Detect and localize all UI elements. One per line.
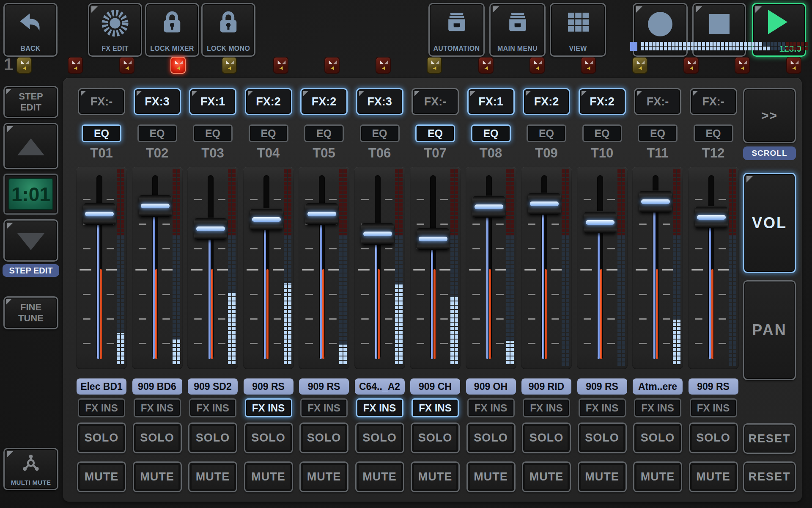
eq-button[interactable]: EQ [137,124,177,142]
fx-slot-button[interactable]: FX:2 [579,88,626,115]
volume-fader[interactable] [521,167,572,369]
fx-slot-button[interactable]: FX:1 [467,88,515,115]
track-name-chip[interactable]: 909 BD6 [132,378,182,395]
solo-button[interactable]: SOLO [633,422,682,453]
fader-cap[interactable] [528,193,561,215]
eq-button[interactable]: EQ [694,124,733,142]
reset-solo-button[interactable]: RESET [743,423,796,454]
track-name-chip[interactable]: Atm..ere [633,378,683,395]
fx-ins-button[interactable]: FX INS [634,398,681,417]
fx-slot-button[interactable]: FX:2 [300,88,348,115]
step-pad-5[interactable] [222,57,237,74]
fx-slot-button[interactable]: FX:1 [189,88,236,115]
eq-button[interactable]: EQ [527,124,566,142]
track-name-chip[interactable]: 909 CH [410,378,460,395]
mute-button[interactable]: MUTE [188,461,237,492]
step-pad-12[interactable] [581,57,596,74]
fx-ins-button[interactable]: FX INS [134,398,181,417]
lock-mixer-button[interactable]: LOCK MIXER [145,3,199,57]
view-button[interactable]: VIEW [550,3,606,57]
track-name-chip[interactable]: 909 OH [466,378,516,395]
fx-slot-button[interactable]: FX:3 [356,88,403,115]
fx-slot-button[interactable]: FX:2 [245,88,292,115]
step-pad-1[interactable] [16,57,32,74]
eq-button[interactable]: EQ [249,124,288,142]
eq-button[interactable]: EQ [471,124,511,142]
track-name-chip[interactable]: 909 SD2 [188,378,238,395]
eq-button[interactable]: EQ [193,124,233,142]
fx-ins-button[interactable]: FX INS [189,398,236,417]
step-pad-10[interactable] [478,57,494,74]
fx-ins-button[interactable]: FX INS [467,398,515,417]
fader-cap[interactable] [83,203,116,225]
fx-slot-button[interactable]: FX:- [411,88,459,115]
eq-button[interactable]: EQ [415,124,455,142]
fader-cap[interactable] [417,228,450,250]
multi-mute-button[interactable]: MULTI MUTE [3,448,58,490]
mute-button[interactable]: MUTE [411,461,460,492]
fx-slot-button[interactable]: FX:- [690,88,737,115]
reset-mute-button[interactable]: RESET [743,461,796,492]
back-button[interactable]: BACK [3,3,58,57]
fader-cap[interactable] [139,195,172,217]
volume-fader[interactable] [299,167,349,369]
mute-button[interactable]: MUTE [355,461,404,492]
step-pad-11[interactable] [529,57,545,74]
track-name-chip[interactable]: 909 RS [299,378,349,395]
step-pad-2[interactable] [68,57,83,74]
mute-button[interactable]: MUTE [77,461,126,492]
volume-fader[interactable] [354,167,405,369]
fx-slot-button[interactable]: FX:- [78,88,125,115]
mute-button[interactable]: MUTE [522,461,571,492]
solo-button[interactable]: SOLO [578,422,627,453]
volume-fader[interactable] [243,167,294,369]
step-pad-15[interactable] [735,57,750,74]
volume-fader[interactable] [76,167,127,369]
volume-fader[interactable] [688,167,739,369]
eq-button[interactable]: EQ [582,124,622,142]
volume-fader[interactable] [410,167,461,369]
solo-button[interactable]: SOLO [411,422,460,453]
fader-cap[interactable] [584,211,617,233]
step-down-button[interactable] [3,219,58,262]
fx-ins-button[interactable]: FX INS [523,398,570,417]
step-pad-4[interactable] [170,57,186,74]
solo-button[interactable]: SOLO [299,422,348,453]
step-pad-9[interactable] [427,57,442,74]
solo-button[interactable]: SOLO [522,422,571,453]
main-menu-button[interactable]: MAIN MENU [489,3,546,57]
solo-button[interactable]: SOLO [466,422,516,453]
lock-mono-button[interactable]: LOCK MONO [201,3,255,57]
automation-button[interactable]: AUTOMATION [428,3,485,57]
solo-button[interactable]: SOLO [355,422,404,453]
fine-tune-button[interactable]: FINETUNE [3,296,58,329]
solo-button[interactable]: SOLO [133,422,182,453]
volume-fader[interactable] [577,167,628,369]
step-up-button[interactable] [3,123,58,169]
volume-fader[interactable] [132,167,183,369]
step-pad-7[interactable] [324,57,340,74]
solo-button[interactable]: SOLO [689,422,738,453]
mute-button[interactable]: MUTE [299,461,348,492]
track-name-chip[interactable]: 909 RS [577,378,627,395]
mute-button[interactable]: MUTE [466,461,516,492]
fx-ins-button[interactable]: FX INS [78,398,125,417]
eq-button[interactable]: EQ [360,124,400,142]
volume-fader[interactable] [466,167,516,369]
eq-button[interactable]: EQ [304,124,344,142]
scroll-right-button[interactable]: >> [743,88,796,143]
step-pad-8[interactable] [376,57,391,74]
fader-cap[interactable] [305,203,338,225]
fx-ins-button[interactable]: FX INS [411,398,459,417]
solo-button[interactable]: SOLO [244,422,293,453]
step-pad-3[interactable] [119,57,134,74]
eq-button[interactable]: EQ [638,124,678,142]
track-name-chip[interactable]: C64.._A2 [355,378,405,395]
mute-button[interactable]: MUTE [133,461,182,492]
fx-edit-button[interactable]: FX EDIT [88,3,142,57]
step-edit-button[interactable]: STEPEDIT [3,86,58,118]
track-name-chip[interactable]: 909 RS [689,378,738,395]
mute-button[interactable]: MUTE [578,461,627,492]
fx-ins-button[interactable]: FX INS [300,398,348,417]
vol-mode-button[interactable]: VOL [743,173,796,273]
